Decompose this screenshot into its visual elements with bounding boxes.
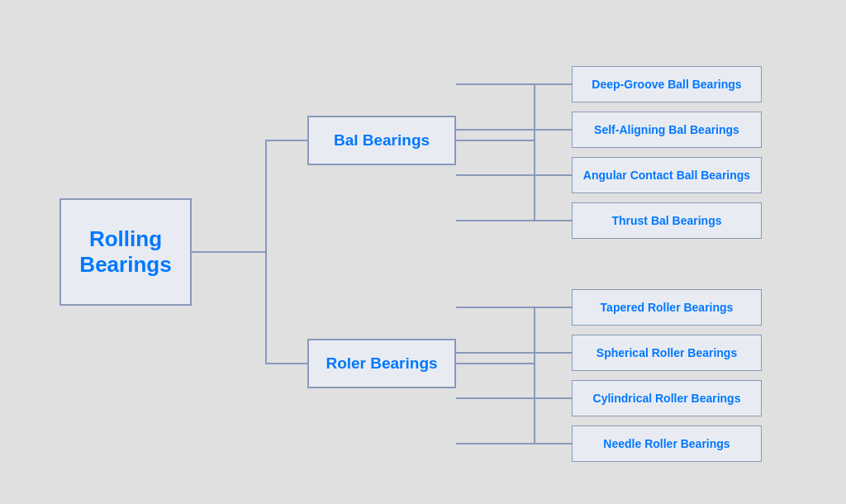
leaf-needle-roller: Needle Roller Bearings — [572, 426, 762, 462]
roller-bearings-label: Roler Bearings — [326, 354, 437, 373]
leaf-cylindrical-roller-label: Cylindrical Roller Bearings — [593, 392, 741, 405]
leaf-angular-contact-label: Angular Contact Ball Bearings — [583, 169, 750, 182]
bal-bearings-label: Bal Bearings — [334, 131, 430, 150]
leaf-deep-groove: Deep-Groove Ball Bearings — [572, 66, 762, 102]
leaf-deep-groove-label: Deep-Groove Ball Bearings — [592, 78, 741, 91]
roller-bearings-node: Roler Bearings — [307, 339, 456, 388]
leaf-spherical-roller-label: Spherical Roller Bearings — [596, 346, 737, 359]
leaf-self-aligning: Self-Aligning Bal Bearings — [572, 112, 762, 148]
root-node: Rolling Bearings — [59, 198, 192, 306]
leaf-thrust-bal: Thrust Bal Bearings — [572, 202, 762, 239]
leaf-thrust-bal-label: Thrust Bal Bearings — [611, 214, 721, 227]
leaf-tapered-roller-label: Tapered Roller Bearings — [601, 301, 734, 314]
leaf-needle-roller-label: Needle Roller Bearings — [603, 437, 730, 450]
leaf-self-aligning-label: Self-Aligning Bal Bearings — [594, 123, 739, 136]
bal-bearings-node: Bal Bearings — [307, 116, 456, 165]
leaf-angular-contact: Angular Contact Ball Bearings — [572, 157, 762, 193]
leaf-cylindrical-roller: Cylindrical Roller Bearings — [572, 380, 762, 416]
leaf-spherical-roller: Spherical Roller Bearings — [572, 335, 762, 371]
root-label: Rolling Bearings — [61, 226, 190, 278]
diagram: Rolling Bearings Bal Bearings Roler Bear… — [26, 17, 820, 487]
leaf-tapered-roller: Tapered Roller Bearings — [572, 289, 762, 326]
